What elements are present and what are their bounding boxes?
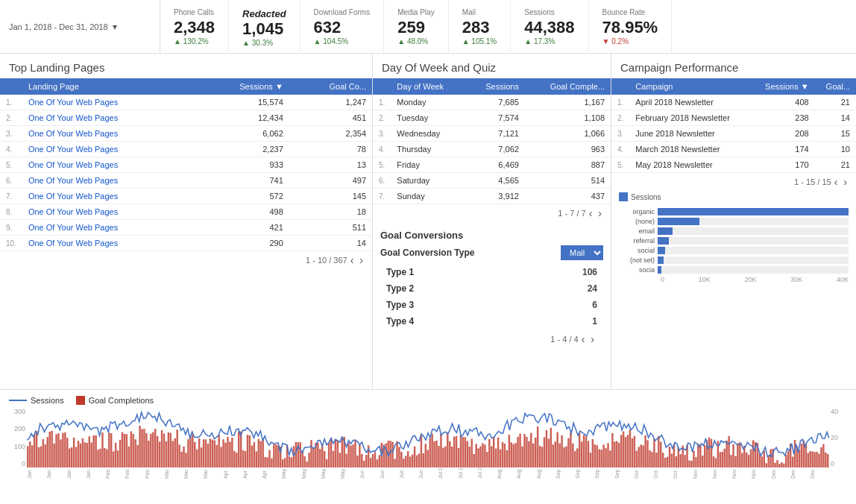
table-row[interactable]: 5. Friday 6,469 887 bbox=[373, 157, 611, 173]
svg-rect-100 bbox=[247, 435, 248, 467]
svg-rect-249 bbox=[574, 451, 576, 467]
page-link[interactable]: One Of Your Web Pages bbox=[22, 95, 195, 110]
x-date-label: Jan 1, 2018 bbox=[27, 468, 46, 479]
svg-rect-352 bbox=[801, 444, 802, 467]
table-row[interactable]: 3. Wednesday 7,121 1,066 bbox=[373, 126, 611, 142]
sessions-cell: 7,062 bbox=[467, 142, 525, 157]
svg-rect-67 bbox=[174, 438, 176, 467]
svg-rect-12 bbox=[53, 444, 54, 467]
dow-prev-button[interactable]: ‹ bbox=[586, 207, 596, 219]
svg-rect-166 bbox=[391, 442, 393, 467]
campaign-next-button[interactable]: › bbox=[840, 176, 850, 188]
table-row[interactable]: 4. Thursday 7,062 963 bbox=[373, 142, 611, 157]
svg-rect-80 bbox=[203, 439, 204, 467]
day-cell: Monday bbox=[391, 95, 466, 110]
conv-prev-button[interactable]: ‹ bbox=[579, 333, 588, 345]
conv-next-button[interactable]: › bbox=[588, 333, 597, 345]
dow-next-button[interactable]: › bbox=[595, 207, 605, 219]
svg-rect-120 bbox=[291, 457, 292, 467]
x-date-label: Jun 30, 2018 bbox=[418, 468, 438, 479]
table-row[interactable]: 4. One Of Your Web Pages 2,237 78 bbox=[0, 142, 372, 157]
col-sessions3[interactable]: Sessions ▼ bbox=[751, 78, 814, 95]
table-row[interactable]: 5. May 2018 Newsletter 170 21 bbox=[611, 157, 856, 173]
table-row[interactable]: 9. One Of Your Web Pages 421 511 bbox=[0, 220, 372, 236]
table-row[interactable]: 10. One Of Your Web Pages 290 14 bbox=[0, 236, 372, 251]
campaign-table: Campaign Sessions ▼ Goal... 1. April 201… bbox=[611, 78, 856, 173]
day-of-week-table: Day of Week Sessions Goal Comple... 1. M… bbox=[373, 78, 611, 204]
x-date-label: May 1, 2018 bbox=[281, 468, 300, 479]
x-date-label: Jun 21, 2018 bbox=[399, 468, 418, 479]
col-landing-page: Landing Page bbox=[22, 78, 195, 95]
page-link[interactable]: One Of Your Web Pages bbox=[22, 110, 195, 126]
table-row[interactable]: 1. Monday 7,685 1,167 bbox=[373, 95, 611, 110]
col-sessions2[interactable]: Sessions bbox=[467, 78, 525, 95]
page-link[interactable]: One Of Your Web Pages bbox=[22, 126, 195, 142]
svg-rect-359 bbox=[816, 452, 817, 467]
date-selector[interactable]: Jan 1, 2018 - Dec 31, 2018 ▾ bbox=[0, 0, 160, 53]
col-goals3[interactable]: Goal... bbox=[815, 78, 856, 95]
bar-chart-row: social bbox=[619, 247, 849, 254]
svg-rect-306 bbox=[699, 444, 701, 467]
svg-rect-282 bbox=[646, 440, 648, 467]
svg-rect-190 bbox=[444, 447, 446, 467]
table-row[interactable]: 2. February 2018 Newsletter 238 14 bbox=[611, 110, 856, 126]
svg-rect-108 bbox=[264, 457, 265, 467]
campaign-prev-button[interactable]: ‹ bbox=[831, 176, 841, 188]
col-sessions[interactable]: Sessions ▼ bbox=[195, 78, 289, 95]
bar-fill bbox=[658, 208, 849, 215]
table-row[interactable]: 5. One Of Your Web Pages 933 13 bbox=[0, 157, 372, 173]
next-page-button[interactable]: › bbox=[356, 254, 366, 266]
svg-rect-124 bbox=[300, 442, 301, 467]
table-row[interactable]: 4. March 2018 Newsletter 174 10 bbox=[611, 142, 856, 157]
page-link[interactable]: One Of Your Web Pages bbox=[22, 142, 195, 157]
svg-rect-317 bbox=[723, 449, 725, 467]
page-link[interactable]: One Of Your Web Pages bbox=[22, 157, 195, 173]
prev-page-button[interactable]: ‹ bbox=[347, 254, 357, 266]
page-link[interactable]: One Of Your Web Pages bbox=[22, 173, 195, 189]
page-link[interactable]: One Of Your Web Pages bbox=[22, 220, 195, 236]
col-goals2[interactable]: Goal Comple... bbox=[525, 78, 611, 95]
y-label-left: 0 bbox=[9, 460, 25, 467]
goal-type-dropdown[interactable]: Mail bbox=[561, 245, 603, 260]
svg-rect-302 bbox=[690, 461, 692, 467]
col-goals[interactable]: Goal Co... bbox=[289, 78, 372, 95]
table-row[interactable]: 6. One Of Your Web Pages 741 497 bbox=[0, 173, 372, 189]
svg-rect-208 bbox=[484, 444, 485, 467]
svg-rect-156 bbox=[370, 458, 371, 467]
table-row[interactable]: 2. Tuesday 7,574 1,108 bbox=[373, 110, 611, 126]
y-label-right: 40 bbox=[831, 408, 847, 415]
table-row[interactable]: 3. June 2018 Newsletter 208 15 bbox=[611, 126, 856, 142]
goals-cell: 1,247 bbox=[289, 95, 372, 110]
table-row[interactable]: 7. Sunday 3,912 437 bbox=[373, 189, 611, 204]
svg-rect-193 bbox=[451, 447, 453, 467]
metric-change: 130.2% bbox=[174, 37, 215, 45]
table-row[interactable]: 2. One Of Your Web Pages 12,434 451 bbox=[0, 110, 372, 126]
table-row[interactable]: 3. One Of Your Web Pages 6,062 2,354 bbox=[0, 126, 372, 142]
day-cell: Saturday bbox=[391, 173, 466, 189]
table-row[interactable]: 7. One Of Your Web Pages 572 145 bbox=[0, 189, 372, 204]
table-row[interactable]: 1. One Of Your Web Pages 15,574 1,247 bbox=[0, 95, 372, 110]
landing-pages-panel: Top Landing Pages Landing Page Sessions … bbox=[0, 54, 373, 389]
row-num: 5. bbox=[0, 157, 22, 173]
svg-rect-93 bbox=[231, 438, 233, 467]
svg-rect-89 bbox=[222, 439, 224, 467]
svg-rect-90 bbox=[224, 443, 226, 467]
page-link[interactable]: One Of Your Web Pages bbox=[22, 189, 195, 204]
sessions-cell: 7,574 bbox=[467, 110, 525, 126]
bar-fill bbox=[658, 218, 699, 225]
svg-rect-206 bbox=[479, 447, 481, 467]
table-row[interactable]: 8. One Of Your Web Pages 498 18 bbox=[0, 204, 372, 220]
svg-rect-320 bbox=[730, 455, 731, 467]
table-row[interactable]: 1. April 2018 Newsletter 408 21 bbox=[611, 95, 856, 110]
table-row[interactable]: 6. Saturday 4,565 514 bbox=[373, 173, 611, 189]
page-link[interactable]: One Of Your Web Pages bbox=[22, 204, 195, 220]
svg-rect-82 bbox=[207, 444, 209, 467]
svg-rect-213 bbox=[495, 449, 497, 467]
svg-rect-154 bbox=[365, 455, 367, 467]
svg-rect-60 bbox=[159, 441, 160, 467]
x-axis-label: 0 bbox=[661, 276, 664, 283]
svg-rect-8 bbox=[45, 444, 46, 467]
page-link[interactable]: One Of Your Web Pages bbox=[22, 236, 195, 251]
svg-rect-240 bbox=[555, 441, 556, 467]
svg-rect-201 bbox=[469, 447, 471, 467]
